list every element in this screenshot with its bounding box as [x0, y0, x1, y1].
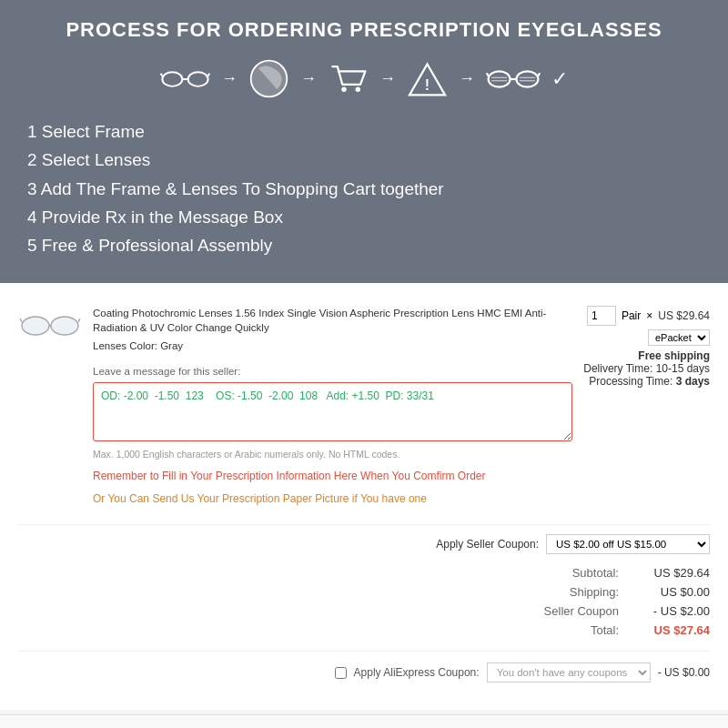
color-value: Gray: [160, 340, 183, 351]
ali-coupon-label: Apply AliExpress Coupon:: [354, 666, 480, 679]
warning-icon: !: [407, 61, 448, 97]
processing-label: Processing Time:: [589, 375, 672, 388]
product-name: Coating Photochromic Lenses 1.56 Index S…: [93, 308, 546, 333]
step-2: 2 Select Lenses: [27, 146, 701, 174]
arrow-4: →: [459, 69, 475, 88]
x-separator: ×: [646, 309, 652, 322]
seller-coupon-summary-row: Seller Coupon - US $2.00: [18, 602, 710, 621]
svg-point-10: [489, 71, 511, 86]
delivery-label: Delivery Time:: [583, 362, 652, 375]
delivery-info: Delivery Time: 10-15 days: [583, 362, 710, 375]
quantity-input[interactable]: [587, 306, 616, 326]
unit-label: Pair: [622, 309, 641, 322]
ali-coupon-discount: - US $0.00: [658, 666, 710, 679]
seller-coupon-select[interactable]: US $2.00 off US $15.00: [546, 534, 710, 554]
main-content: Coating Photochromic Lenses 1.56 Index S…: [0, 283, 728, 711]
ali-coupon-row: Apply AliExpress Coupon: You don't have …: [18, 651, 710, 682]
svg-line-13: [487, 73, 489, 76]
subtotal-value: US $29.64: [637, 566, 710, 580]
checkmark-icon: ✓: [551, 67, 568, 91]
svg-point-11: [516, 71, 538, 86]
order-item-row: Coating Photochromic Lenses 1.56 Index S…: [18, 297, 710, 526]
product-color-line: Lenses Color: Gray: [93, 339, 572, 353]
subtotal-label: Subtotal:: [546, 566, 619, 580]
seller-coupon-label: Apply Seller Coupon:: [436, 538, 539, 551]
svg-line-3: [161, 73, 163, 76]
svg-point-6: [341, 87, 346, 92]
ali-coupon-checkbox[interactable]: [335, 667, 347, 679]
arrow-1: →: [221, 69, 238, 88]
delivery-value: 10-15 days: [656, 362, 710, 375]
seller-coupon-summary-label: Seller Coupon: [544, 604, 619, 618]
svg-point-0: [162, 72, 182, 86]
ali-coupon-select[interactable]: You don't have any coupons: [487, 662, 651, 682]
total-row: Total: US $27.64: [18, 621, 710, 640]
svg-line-22: [20, 318, 22, 322]
reminder-red: Remember to Fill in Your Prescription In…: [93, 469, 572, 484]
message-textarea[interactable]: OD: -2.00 -1.50 123 OS: -1.50 -2.00 108 …: [93, 382, 572, 441]
svg-point-7: [356, 87, 360, 92]
svg-line-23: [78, 318, 80, 322]
total-value: US $27.64: [637, 623, 710, 637]
svg-line-4: [208, 73, 210, 76]
footer: BP Buyer Protection ☑ Full Refund if you…: [0, 714, 728, 728]
product-image: [18, 306, 82, 347]
product-description: Coating Photochromic Lenses 1.56 Index S…: [93, 306, 572, 516]
product-price: US $29.64: [658, 309, 710, 322]
lens-icon: [248, 58, 289, 99]
banner-title: PROCESS FOR ORDERING PRESCRIPTION EYEGLA…: [27, 18, 701, 42]
total-label: Total:: [546, 623, 619, 637]
svg-point-1: [188, 72, 208, 86]
step-5: 5 Free & Professional Assembly: [27, 231, 701, 259]
shipping-label: Shipping:: [546, 585, 619, 599]
step-4: 4 Provide Rx in the Message Box: [27, 203, 701, 231]
glasses-icon: [160, 66, 210, 93]
seller-coupon-row: Apply Seller Coupon: US $2.00 off US $15…: [18, 534, 710, 554]
reminder-orange: Or You Can Send Us Your Prescription Pap…: [93, 491, 572, 507]
max-chars-text: Max. 1,000 English characters or Arabic …: [93, 448, 572, 461]
summary-table: Subtotal: US $29.64 Shipping: US $0.00 S…: [18, 563, 710, 640]
shipping-row: Shipping: US $0.00: [18, 582, 710, 602]
subtotal-row: Subtotal: US $29.64: [18, 563, 710, 582]
header-banner: PROCESS FOR ORDERING PRESCRIPTION EYEGLA…: [0, 0, 728, 283]
message-label: Leave a message for this seller:: [93, 364, 572, 379]
svg-line-14: [538, 73, 540, 76]
steps-list: 1 Select Frame 2 Select Lenses 3 Add The…: [27, 117, 701, 260]
cart-icon: [328, 58, 369, 99]
processing-value: 3 days: [676, 375, 710, 388]
arrow-2: →: [300, 69, 317, 88]
svg-point-19: [22, 317, 49, 335]
process-icons-row: → → → ! →: [27, 58, 701, 99]
message-section: Leave a message for this seller: OD: -2.…: [93, 364, 572, 461]
svg-point-20: [51, 317, 78, 335]
svg-text:!: !: [425, 77, 430, 93]
shipping-info: Free shipping Delivery Time: 10-15 days …: [583, 349, 710, 388]
shipping-method-select[interactable]: ePacket: [648, 329, 710, 346]
order-item-right: Pair × US $29.64 ePacket Free shipping D…: [583, 306, 710, 388]
step-1: 1 Select Frame: [27, 117, 701, 146]
processing-info: Processing Time: 3 days: [583, 375, 710, 388]
step-3: 3 Add The Frame & Lenses To Shopping Car…: [27, 175, 701, 203]
free-shipping-label: Free shipping: [583, 349, 710, 362]
arrow-3: →: [379, 69, 396, 88]
glasses-striped-icon: [486, 66, 541, 93]
seller-coupon-summary-value: - US $2.00: [637, 604, 710, 618]
color-label: Lenses Color:: [93, 340, 157, 351]
shipping-value: US $0.00: [637, 585, 710, 599]
